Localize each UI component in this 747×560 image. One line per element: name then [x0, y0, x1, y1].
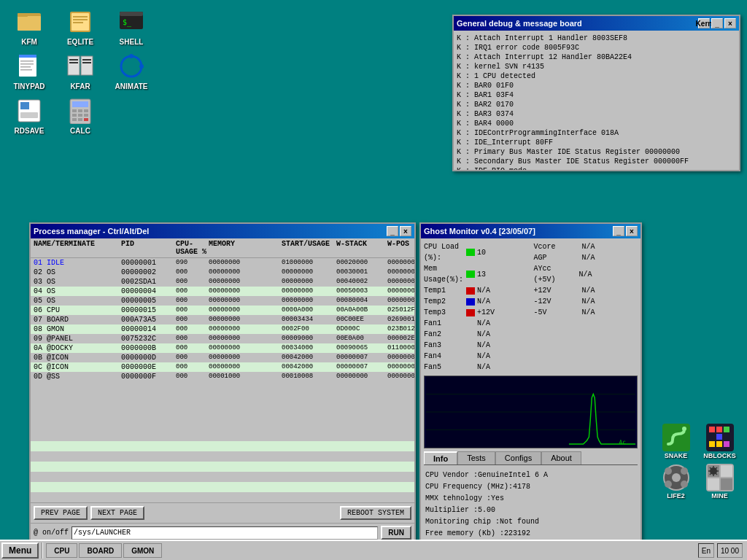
icon-nblocks-label: NBLOCKS	[703, 452, 736, 459]
col-cpu: CPU-USAGE %	[176, 240, 209, 256]
cmd-label: @ on/off	[34, 529, 69, 537]
run-button[interactable]: RUN	[381, 526, 411, 540]
row-wstack: 00E0A00	[336, 335, 387, 343]
table-row[interactable]: 0C @ICON 0000000E 000 00000000 00042000 …	[31, 362, 414, 372]
icon-calc[interactable]: CALC	[58, 96, 102, 135]
tab-info[interactable]: Info	[424, 451, 457, 464]
svg-rect-5	[73, 16, 88, 18]
svg-rect-34	[72, 114, 77, 117]
svg-rect-49	[716, 427, 722, 432]
row-cpu-hex: 000	[176, 316, 209, 324]
ghost-close[interactable]: ×	[626, 226, 638, 236]
row-start: 00000000	[282, 297, 336, 305]
row-start: 00010008	[282, 373, 336, 381]
tab-tests[interactable]: Tests	[457, 451, 495, 464]
svg-rect-16	[20, 69, 32, 71]
debug-minimize[interactable]: _	[711, 18, 723, 28]
row-start: 00000000	[282, 287, 336, 295]
debug-line: K : IRQ1 error code 8005F93C	[457, 43, 736, 52]
icon-life2[interactable]: LIFE2	[656, 463, 696, 499]
process-footer: PREV PAGE NEXT PAGE REBOOT SYSTEM	[31, 502, 414, 523]
ghost-content: CPU Load (%):10 Mem Usage(%):13 Temp1N/A…	[421, 238, 640, 553]
table-row[interactable]: 06 CPU 00000015 000 00000000 0000A000 00…	[31, 306, 414, 315]
prev-page-button[interactable]: PREV PAGE	[34, 506, 88, 520]
row-wstack: 00000000	[336, 373, 387, 381]
empty-table-row	[31, 462, 414, 472]
table-row[interactable]: 0D @SS 0000000F 000 00001000 00010008 00…	[31, 372, 414, 381]
row-wpos: 02690017	[387, 316, 414, 324]
table-row[interactable]: 04 OS 00000004 000 00000000 00000000 000…	[31, 287, 414, 296]
table-row[interactable]: 09 @PANEL 0075232C 000 00000000 00009000…	[31, 334, 414, 343]
icon-mine[interactable]: MINE	[700, 463, 740, 499]
icon-mine-label: MINE	[711, 492, 728, 499]
row-pid: 00000002	[121, 268, 176, 276]
svg-rect-6	[73, 19, 88, 20]
tinypad-icon	[15, 52, 44, 81]
kern-button[interactable]: Kern	[698, 18, 710, 28]
svg-rect-30	[72, 101, 88, 107]
table-row[interactable]: 0A @DOCKY 0000000B 000 00000000 00034000…	[31, 343, 414, 353]
row-wstack: 00020000	[336, 259, 387, 267]
svg-rect-39	[84, 118, 88, 121]
process-minimize[interactable]: _	[387, 226, 398, 236]
row-memory: 00000000	[209, 306, 282, 314]
tray-lang: En	[698, 543, 714, 558]
rdsave-icon	[15, 96, 44, 125]
svg-rect-2	[18, 13, 28, 17]
tab-configs[interactable]: Configs	[495, 451, 541, 464]
next-page-button[interactable]: NEXT PAGE	[90, 506, 144, 520]
row-pid: 00000004	[121, 287, 176, 295]
icon-kfar[interactable]: KFAR	[58, 52, 102, 90]
icon-eqlite[interactable]: EQLITE	[58, 7, 102, 46]
icon-rdsave[interactable]: RDSAVE	[7, 96, 51, 135]
svg-rect-7	[73, 22, 83, 23]
svg-point-58	[681, 467, 688, 475]
table-row[interactable]: 03 OS 0002SDA1 000 00000000 00000000 000…	[31, 277, 414, 287]
icon-animate-label: ANIMATE	[115, 82, 148, 90]
icon-nblocks[interactable]: NBLOCKS	[700, 423, 740, 459]
taskbar-board[interactable]: BOARD	[79, 543, 122, 558]
debug-log: K : Attach Interrupt 1 Handler 8003SEF8K…	[454, 31, 739, 170]
table-row[interactable]: 02 OS 00000002 000 00000000 00000000 000…	[31, 268, 414, 277]
cmd-input[interactable]	[71, 526, 378, 540]
table-row[interactable]: 0B @ICON 0000000D 000 00000000 00042000 …	[31, 353, 414, 362]
icon-kfm[interactable]: KFM	[7, 7, 51, 46]
row-pid: 00000014	[121, 325, 176, 333]
table-row[interactable]: 01 IDLE 00000001 090 00000000 01000000 0…	[31, 258, 414, 268]
row-start: 00003434	[282, 316, 336, 324]
table-row[interactable]: 05 OS 00000005 000 00000000 00000000 000…	[31, 296, 414, 306]
svg-rect-50	[716, 434, 722, 440]
icon-tinypad[interactable]: TINYPAD	[7, 52, 51, 90]
row-memory: 00000000	[209, 268, 282, 276]
debug-line: K : IDEContrProgrammingInterface 018A	[457, 128, 736, 138]
row-name: 0C @ICON	[34, 363, 121, 371]
table-row[interactable]: 07 BOARD 000A73A5 000 00000000 00003434 …	[31, 315, 414, 324]
taskbar-gmon[interactable]: GMON	[123, 543, 162, 558]
svg-rect-18	[81, 56, 93, 75]
debug-line: K : Attach Interrupt 12 Handler 80BA22E4	[457, 52, 736, 62]
row-wpos: 01100000	[387, 344, 414, 352]
icon-snake[interactable]: SNAKE	[656, 423, 696, 459]
row-cpu-hex: 000	[176, 325, 209, 333]
calc-icon	[66, 96, 95, 125]
debug-close[interactable]: ×	[724, 18, 736, 28]
row-wpos: 00000000	[387, 354, 414, 362]
table-row[interactable]: 08 GMON 00000014 000 00000000 0002F00 0D…	[31, 324, 414, 334]
row-name: 01 IDLE	[34, 259, 121, 267]
start-button[interactable]: Menu	[1, 542, 39, 559]
ghost-minimize[interactable]: _	[613, 226, 624, 236]
row-pid: 00000015	[121, 306, 176, 314]
svg-rect-53	[716, 441, 722, 447]
process-close[interactable]: ×	[400, 226, 411, 236]
row-name: 07 BOARD	[34, 316, 121, 324]
row-start: 00009000	[282, 335, 336, 343]
icon-animate[interactable]: ANIMATE	[109, 52, 153, 90]
row-name: 04 OS	[34, 287, 121, 295]
icon-shell[interactable]: $_ SHELL	[109, 7, 153, 46]
ghost-window: Ghost Monitor v0.4 [23/05/07] _ × CPU Lo…	[419, 222, 642, 554]
row-memory: 00000000	[209, 316, 282, 324]
row-start: 01000000	[282, 259, 336, 267]
taskbar-cpu[interactable]: CPU	[46, 543, 77, 558]
tab-about[interactable]: About	[541, 451, 581, 464]
reboot-button[interactable]: REBOOT SYSTEM	[340, 506, 411, 520]
